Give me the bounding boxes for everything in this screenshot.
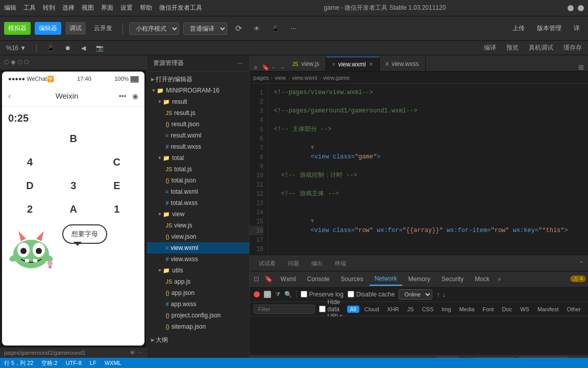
breadcrumb-pages[interactable]: pages — [254, 75, 269, 81]
tree-file-view-wxml[interactable]: ⌗ view.wxml — [147, 242, 249, 254]
breadcrumb-wxml[interactable]: view.wxml — [292, 75, 317, 81]
filter-icon[interactable]: ⧩ — [275, 291, 280, 298]
phone-action-icon[interactable]: ◉ — [132, 92, 138, 100]
disable-cache-checkbox[interactable] — [348, 291, 354, 297]
devtools-tab-test[interactable]: 试试看 — [254, 257, 281, 270]
compile-select[interactable]: 普通编译 — [183, 22, 227, 35]
tree-file-view-js[interactable]: JS view.js — [147, 220, 249, 231]
file-panel-more[interactable]: ⋯ — [237, 60, 243, 67]
menu-wechat[interactable]: 微信开发者工具 — [159, 4, 202, 12]
devtools-tab-output[interactable]: 编出 — [306, 257, 328, 270]
view-wxml-tab-close[interactable]: ✕ — [369, 61, 373, 67]
filter-js[interactable]: JS — [404, 306, 417, 313]
tab-memory[interactable]: Memory — [403, 272, 435, 286]
breadcrumb-view[interactable]: view — [275, 75, 286, 81]
grid-cell-1[interactable]: 1 — [104, 199, 130, 219]
filter-all[interactable]: All — [347, 306, 359, 313]
version-button[interactable]: 版本管理 — [533, 22, 566, 35]
mode-select[interactable]: 小程序模式 — [129, 22, 179, 35]
fold-6[interactable]: ▼ — [311, 144, 314, 151]
prev-icon[interactable]: ◀ — [81, 44, 86, 52]
save-cache-label[interactable]: 缓存存 — [564, 43, 582, 52]
split-editor-button[interactable]: ⊞ — [578, 63, 584, 71]
tree-file-total-wxss[interactable]: # total.wxss — [147, 197, 249, 209]
editor-nav-back[interactable]: ← — [270, 64, 278, 71]
compile-label[interactable]: 编译 — [484, 43, 496, 52]
filter-cloud[interactable]: Cloud — [361, 306, 382, 313]
tree-recent-label[interactable]: ▶ 打开的编辑器 — [147, 74, 249, 85]
record-button[interactable] — [254, 291, 260, 297]
tab-console[interactable]: Console — [302, 272, 335, 286]
editor-nav-fwd[interactable]: → — [278, 64, 286, 71]
code-content[interactable]: <!--pages/view/view.wxml--> <!--pages/ga… — [268, 84, 588, 256]
tab-network[interactable]: Network — [370, 272, 402, 286]
grid-cell-empty-3[interactable] — [61, 152, 86, 172]
editor-bookmark[interactable]: 🔖 — [262, 64, 270, 71]
bookmark-icon[interactable]: 🔖 — [262, 275, 275, 283]
more-tabs-icon[interactable]: » — [496, 275, 503, 283]
tree-folder-utils[interactable]: ▼ 📁 utils — [147, 265, 249, 276]
filter-manifest[interactable]: Manifest — [534, 306, 562, 313]
tree-file-project-config[interactable]: {} project.config.json — [147, 310, 249, 321]
tree-file-app-js[interactable]: JS app.js — [147, 276, 249, 287]
tab-sources[interactable]: Sources — [336, 272, 369, 286]
tree-file-view-json[interactable]: {} view.json — [147, 231, 249, 242]
search-icon[interactable]: 🔍 — [284, 291, 292, 298]
menu-select[interactable]: 选择 — [62, 4, 75, 12]
filter-img[interactable]: Img — [438, 306, 454, 313]
real-debug-label[interactable]: 真机调试 — [529, 43, 553, 52]
tree-folder-view[interactable]: ▼ 📁 view — [147, 209, 249, 220]
editor-button[interactable]: 编辑器 — [35, 22, 61, 35]
grid-cell-empty-1[interactable] — [17, 128, 43, 149]
filter-media[interactable]: Media — [456, 306, 478, 313]
filter-other[interactable]: Other — [564, 306, 584, 313]
menu-settings[interactable]: 设置 — [120, 4, 133, 12]
upload-button[interactable]: 上传 — [508, 22, 529, 35]
tree-file-result-js[interactable]: JS result.js — [147, 107, 249, 119]
hide-data-urls-checkbox[interactable] — [319, 306, 326, 312]
download-button-net[interactable]: ↓ — [442, 290, 446, 298]
devtools-collapse-icon[interactable]: ⌃ — [579, 260, 584, 267]
menu-bar[interactable]: 编辑 工具 转到 选择 视图 界面 设置 帮助 微信开发者工具 — [4, 4, 202, 12]
cloud-button[interactable]: 云开发 — [90, 22, 116, 35]
tree-file-total-json[interactable]: {} total.json — [147, 175, 249, 186]
filter-input[interactable] — [254, 305, 315, 314]
tree-file-result-json[interactable]: {} result.json — [147, 119, 249, 130]
preview-toggle[interactable]: 👁 — [250, 21, 264, 36]
upload-button-net[interactable]: ↑ — [436, 290, 440, 298]
record-icon[interactable]: ⏺ — [65, 44, 71, 52]
device-button[interactable]: 📱 — [268, 21, 282, 36]
devtools-tab-issues[interactable]: 问题 — [283, 257, 304, 270]
clear-button[interactable]: ⊘ — [264, 291, 271, 298]
filter-xhr[interactable]: XHR — [384, 306, 402, 313]
menu-view[interactable]: 视图 — [82, 4, 94, 12]
tree-file-result-wxss[interactable]: # result.wxss — [147, 141, 249, 152]
more-button[interactable]: ⋯ — [286, 21, 301, 36]
preserve-log-checkbox[interactable] — [301, 291, 307, 297]
phone-back-button[interactable]: ‹ — [8, 91, 11, 101]
tree-file-app-wxss[interactable]: # app.wxss — [147, 298, 249, 310]
grid-cell-c[interactable]: C — [104, 152, 130, 172]
menu-goto[interactable]: 转到 — [43, 4, 55, 12]
simulator-button[interactable]: 模拟器 — [4, 22, 31, 35]
grid-cell-3[interactable]: 3 — [61, 175, 86, 196]
breadcrumb-game[interactable]: view.game — [323, 75, 350, 81]
menu-edit[interactable]: 编辑 — [4, 4, 16, 12]
screenshot-icon[interactable]: 📷 — [96, 44, 104, 52]
tree-file-result-wxml[interactable]: ⌗ result.wxml — [147, 130, 249, 141]
debug-button[interactable]: 调试 — [65, 22, 86, 35]
tab-wxml[interactable]: Wxml — [276, 272, 301, 286]
menu-tools[interactable]: 工具 — [23, 4, 36, 12]
filter-doc[interactable]: Doc — [499, 306, 516, 313]
editor-sidebar-toggle[interactable]: ≡ — [250, 64, 262, 71]
preserve-log-label[interactable]: Preserve log — [301, 291, 344, 298]
tree-file-total-wxml[interactable]: ⌗ total.wxml — [147, 186, 249, 197]
fold-11[interactable]: ▼ — [311, 218, 314, 225]
grid-cell-empty-2[interactable] — [104, 128, 130, 149]
grid-cell-d[interactable]: D — [17, 175, 43, 196]
tree-project-root[interactable]: ▼ 📁 MINIPROGRAM-16 — [147, 85, 249, 96]
tree-folder-result[interactable]: ▼ 📁 result — [147, 96, 249, 107]
close-button[interactable] — [578, 5, 584, 11]
detail-button[interactable]: 详 — [570, 22, 584, 35]
tree-folder-total[interactable]: ▼ 📁 total — [147, 152, 249, 164]
